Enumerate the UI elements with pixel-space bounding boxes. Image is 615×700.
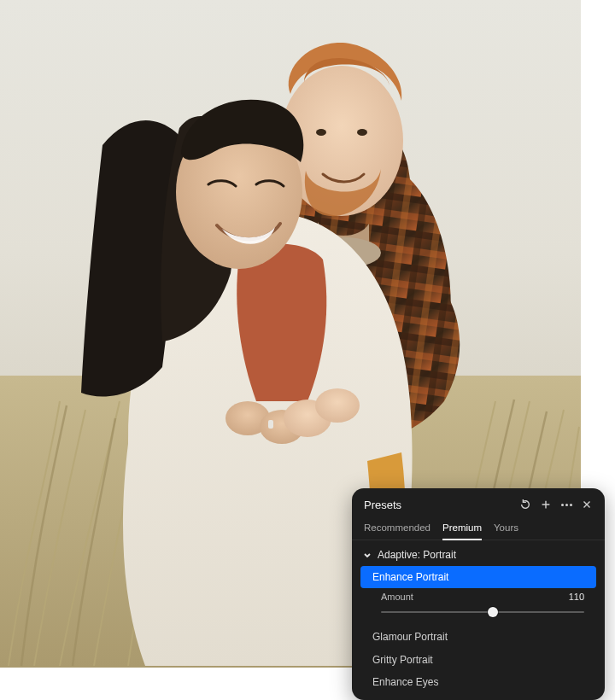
close-icon[interactable] xyxy=(579,497,594,512)
chevron-down-icon xyxy=(362,550,372,560)
preset-group-label: Adaptive: Portrait xyxy=(378,549,456,561)
preset-gritty-portrait[interactable]: Gritty Portrait xyxy=(360,649,596,671)
amount-slider[interactable] xyxy=(381,605,584,619)
tab-premium[interactable]: Premium xyxy=(442,517,482,540)
preset-list: Enhance Portrait Amount 110 Glamour Port… xyxy=(352,566,605,700)
svg-point-9 xyxy=(357,129,367,136)
presets-panel-header: Presets xyxy=(352,488,605,517)
preset-group-header[interactable]: Adaptive: Portrait xyxy=(352,540,605,566)
add-icon[interactable] xyxy=(538,497,554,512)
amount-label: Amount xyxy=(381,592,413,602)
amount-row: Amount 110 xyxy=(360,588,596,602)
presets-tabs: Recommended Premium Yours xyxy=(352,517,605,540)
svg-rect-16 xyxy=(268,420,273,429)
tab-yours[interactable]: Yours xyxy=(494,517,518,540)
svg-point-15 xyxy=(315,388,360,423)
svg-point-8 xyxy=(316,129,326,136)
preset-glamour-portrait[interactable]: Glamour Portrait xyxy=(360,626,596,648)
app-stage: Presets Recommended Premium Yours xyxy=(0,0,615,700)
presets-panel: Presets Recommended Premium Yours xyxy=(352,488,605,700)
more-icon[interactable] xyxy=(559,497,574,512)
reset-icon[interactable] xyxy=(518,497,533,512)
tab-recommended[interactable]: Recommended xyxy=(364,517,430,540)
panel-title: Presets xyxy=(364,499,401,511)
preset-enhance-portrait[interactable]: Enhance Portrait xyxy=(360,566,596,588)
preset-enhance-eyes[interactable]: Enhance Eyes xyxy=(360,671,596,693)
amount-value: 110 xyxy=(569,592,584,602)
